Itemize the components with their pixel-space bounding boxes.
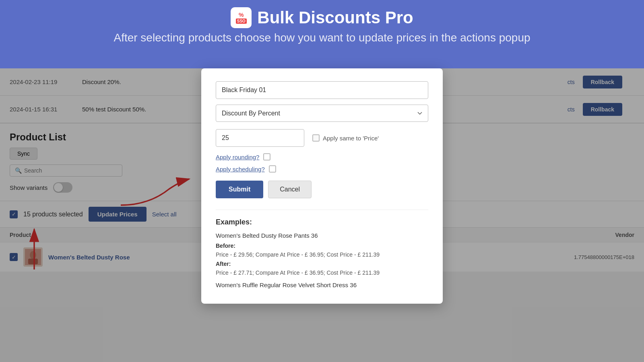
example-before-1: Before: (216, 241, 428, 250)
examples-title: Examples: (216, 218, 428, 226)
app-icon: %SSO (231, 7, 252, 28)
header-subtitle: After selecting products choose how you … (0, 31, 644, 44)
apply-same-text: Apply same to 'Price' (323, 135, 379, 142)
example-product-name-1: Women's Belted Dusty Rose Pants 36 (216, 232, 428, 239)
example-before-detail-1: Price - £ 29.56; Compare At Price - £ 36… (216, 250, 428, 259)
app-header: %SSO Bulk Discounts Pro After selecting … (0, 0, 644, 48)
modal-actions: Submit Cancel (216, 181, 428, 198)
example-after-label-1: After: (216, 261, 231, 267)
discount-row: Apply same to 'Price' (216, 129, 428, 147)
apply-scheduling-label[interactable]: Apply scheduling? (216, 166, 265, 173)
example-before-label-1: Before: (216, 243, 235, 249)
modal-dialog: Discount By Percent Discount By Amount S… (201, 68, 443, 304)
example-after-detail-1: Price - £ 27.71; Compare At Price - £ 36… (216, 268, 428, 277)
app-icon-text: %SSO (236, 12, 247, 23)
discount-value-input[interactable] (216, 129, 304, 147)
cancel-button[interactable]: Cancel (268, 181, 312, 198)
discount-type-select[interactable]: Discount By Percent Discount By Amount S… (216, 105, 428, 122)
example-product-name-2: Women's Ruffle Regular Rose Velvet Short… (216, 282, 428, 288)
apply-rounding-label[interactable]: Apply rounding? (216, 154, 259, 160)
apply-same-label[interactable]: Apply same to 'Price' (312, 134, 379, 142)
submit-button[interactable]: Submit (216, 181, 263, 198)
campaign-name-input[interactable] (216, 81, 428, 99)
apply-rounding-row: Apply rounding? (216, 153, 428, 160)
apply-scheduling-checkbox[interactable] (269, 165, 276, 173)
apply-scheduling-row: Apply scheduling? (216, 165, 428, 173)
example-after-1: After: (216, 259, 428, 268)
app-title: Bulk Discounts Pro (257, 8, 413, 27)
modal-overlay: Discount By Percent Discount By Amount S… (0, 68, 644, 362)
apply-rounding-checkbox[interactable] (263, 153, 270, 160)
apply-same-checkbox[interactable] (312, 134, 320, 142)
examples-section: Examples: Women's Belted Dusty Rose Pant… (216, 210, 428, 288)
